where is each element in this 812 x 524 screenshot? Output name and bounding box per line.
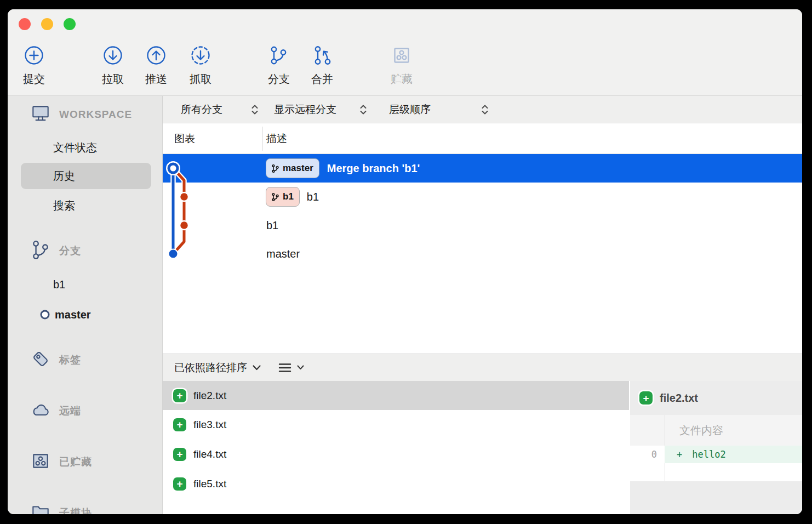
column-header-graph[interactable]: 图表: [174, 123, 195, 154]
sidebar-section-stashes[interactable]: 已贮藏: [8, 449, 162, 475]
list-view-icon: [278, 363, 291, 373]
dropdown-value: 已依照路径排序: [174, 361, 247, 375]
stash-button-label: 贮藏: [391, 72, 413, 87]
sidebar-section-label: 分支: [59, 244, 81, 258]
fetch-button[interactable]: 抓取: [178, 44, 224, 87]
sidebar-item-label: b1: [53, 278, 65, 291]
diff-panel: + file2.txt 文件内容 0 + hello2: [630, 381, 802, 514]
line-number: 0: [630, 446, 665, 463]
sidebar-item-search[interactable]: 搜索: [21, 192, 151, 219]
push-button[interactable]: 推送: [133, 44, 179, 87]
sidebar-section-label: 已贮藏: [59, 455, 92, 469]
chevron-down-icon: [253, 365, 261, 371]
commit-message: master: [266, 248, 300, 260]
file-row-file3[interactable]: + file3.txt: [163, 410, 629, 439]
commit-button-label: 提交: [23, 72, 45, 87]
stash-box-icon: [391, 44, 413, 69]
history-column-headers: 图表 描述: [163, 123, 802, 154]
file-name: file3.txt: [193, 419, 226, 431]
pull-arrow-down-circle-icon: [102, 44, 124, 69]
sidebar-section-submodules[interactable]: 子模块: [8, 500, 162, 514]
hunk-header-label: 文件内容: [679, 423, 723, 438]
commit-row-merge[interactable]: master Merge branch 'b1': [163, 154, 802, 183]
sidebar-item-history[interactable]: 历史: [21, 163, 151, 189]
added-text: hello2: [692, 449, 725, 460]
file-row-file5[interactable]: + file5.txt: [163, 469, 629, 498]
app-window: 提交 拉取 推送 抓取 分支 合并 贮藏 WORKSPAC: [8, 9, 802, 514]
stash-box-icon: [8, 450, 52, 474]
push-button-label: 推送: [145, 72, 167, 87]
pull-button-label: 拉取: [102, 72, 124, 87]
stash-button: 贮藏: [379, 44, 425, 87]
sidebar-item-file-status[interactable]: 文件状态: [21, 134, 151, 161]
badge-label: master: [283, 163, 313, 174]
commit-message: Merge branch 'b1': [327, 162, 420, 175]
tag-icon: [8, 348, 52, 372]
file-row-file4[interactable]: + file4.txt: [163, 440, 629, 469]
chevron-up-down-icon: [251, 104, 259, 116]
history-filter-bar: 所有分支 显示远程分支 层级顺序: [163, 96, 802, 123]
commit-row-b1[interactable]: b1: [163, 211, 802, 240]
sidebar: WORKSPACE 文件状态 历史 搜索 分支 b1 master 标签 远端: [8, 96, 163, 514]
file-name: file2.txt: [193, 390, 226, 402]
pull-button[interactable]: 拉取: [90, 44, 136, 87]
branch-button-label: 分支: [268, 72, 290, 87]
commit-row-b1-head[interactable]: b1 b1: [163, 183, 802, 211]
added-file-icon: +: [173, 418, 186, 431]
view-options-dropdown[interactable]: [278, 363, 304, 373]
sidebar-section-branches[interactable]: 分支: [8, 238, 162, 264]
diff-line-added[interactable]: 0 + hello2: [630, 446, 802, 463]
toolbar: 提交 拉取 推送 抓取 分支 合并 贮藏: [8, 9, 802, 96]
merge-button[interactable]: 合并: [299, 44, 345, 87]
sidebar-item-branch-master[interactable]: master: [21, 301, 151, 328]
column-header-description[interactable]: 描述: [266, 123, 287, 154]
diff-file-name: file2.txt: [660, 392, 698, 405]
diff-footer: [630, 481, 802, 514]
added-file-icon: +: [173, 477, 186, 491]
sort-order-dropdown[interactable]: 层级顺序: [389, 96, 489, 123]
fetch-button-label: 抓取: [190, 72, 211, 87]
minimize-button[interactable]: [41, 18, 53, 30]
diff-file-header[interactable]: + file2.txt: [630, 381, 802, 415]
commit-row-master[interactable]: master: [163, 240, 802, 268]
file-name: file5.txt: [193, 478, 226, 490]
branch-button[interactable]: 分支: [256, 44, 302, 87]
sidebar-section-label: 子模块: [59, 506, 92, 514]
chevron-up-down-icon: [359, 104, 367, 116]
branch-badge-b1: b1: [266, 187, 300, 207]
remote-branches-dropdown[interactable]: 显示远程分支: [274, 96, 367, 123]
sidebar-item-label: 文件状态: [53, 140, 97, 155]
main-area: 所有分支 显示远程分支 层级顺序 图表 描述 master Merge bran…: [163, 96, 802, 514]
file-sort-dropdown[interactable]: 已依照路径排序: [174, 361, 261, 375]
sidebar-section-remotes[interactable]: 远端: [8, 398, 162, 424]
dropdown-value: 层级顺序: [389, 102, 431, 117]
commit-button[interactable]: 提交: [11, 44, 57, 87]
sidebar-item-branch-b1[interactable]: b1: [21, 271, 151, 298]
push-arrow-up-circle-icon: [145, 44, 167, 69]
commit-message: b1: [307, 191, 319, 203]
cloud-icon: [8, 399, 52, 423]
sidebar-item-label: 历史: [53, 169, 75, 184]
file-sort-bar: 已依照路径排序: [163, 354, 802, 381]
chevron-up-down-icon: [481, 104, 489, 116]
badge-label: b1: [283, 191, 294, 202]
fetch-arrow-down-dashed-circle-icon: [190, 44, 211, 69]
branch-badge-master: master: [266, 158, 319, 178]
added-file-icon: +: [173, 389, 186, 402]
sidebar-item-label: 搜索: [53, 198, 75, 213]
branch-icon: [8, 239, 52, 263]
sidebar-item-label: master: [55, 309, 91, 321]
dropdown-value: 所有分支: [181, 102, 222, 117]
sidebar-section-workspace: WORKSPACE: [8, 102, 162, 127]
close-button[interactable]: [19, 18, 31, 30]
added-line: + hello2: [665, 446, 802, 463]
added-sign: +: [677, 449, 682, 460]
column-divider[interactable]: [262, 127, 263, 151]
sidebar-section-tags[interactable]: 标签: [8, 348, 162, 373]
zoom-button[interactable]: [64, 18, 76, 30]
branch-icon: [268, 44, 290, 69]
branch-filter-dropdown[interactable]: 所有分支: [181, 96, 259, 123]
monitor-icon: [8, 102, 52, 127]
file-row-file2[interactable]: + file2.txt: [163, 381, 629, 410]
diff-hunk-header: 文件内容: [630, 415, 802, 446]
